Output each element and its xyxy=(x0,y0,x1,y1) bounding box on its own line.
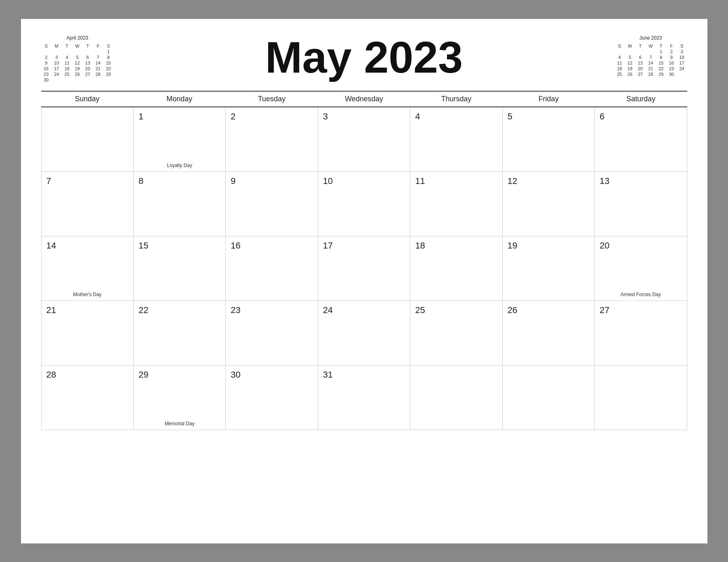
mini-cal-day: 5 xyxy=(72,54,83,60)
calendar-cell xyxy=(42,107,134,172)
cell-date: 4 xyxy=(415,111,420,122)
mini-cal-day xyxy=(677,71,687,77)
next-mini-calendar: June 2023 SMTWTFS 1234567891011121314151… xyxy=(615,35,687,77)
cell-date: 27 xyxy=(600,305,609,315)
mini-cal-day xyxy=(51,77,62,83)
calendar-cell: 2 xyxy=(226,107,318,172)
mini-cal-header: T xyxy=(82,43,93,49)
mini-cal-day: 24 xyxy=(51,71,62,77)
calendar-cell: 19 xyxy=(503,236,595,301)
cell-date: 2 xyxy=(231,111,235,122)
main-title: May 2023 xyxy=(114,35,615,79)
mini-cal-day xyxy=(62,49,72,54)
mini-cal-day xyxy=(72,49,83,54)
mini-cal-day: 10 xyxy=(51,60,62,66)
cell-date: 21 xyxy=(46,305,56,315)
mini-cal-day: 6 xyxy=(82,54,93,60)
mini-cal-day: 2 xyxy=(41,54,52,60)
prev-mini-calendar: April 2023 SMTWTFS 123456789101112131415… xyxy=(41,35,114,83)
mini-cal-day: 19 xyxy=(72,66,83,71)
calendar-cell: 21 xyxy=(42,301,134,366)
calendar-cell: 11 xyxy=(410,172,502,236)
cell-date: 9 xyxy=(231,176,235,186)
calendar-cell: 24 xyxy=(318,301,410,366)
next-cal-title: June 2023 xyxy=(615,35,687,41)
mini-cal-day xyxy=(93,77,103,83)
mini-cal-day: 27 xyxy=(82,71,93,77)
calendar-cell: 28 xyxy=(42,366,134,430)
mini-cal-day: 20 xyxy=(82,66,93,71)
mini-cal-day: 20 xyxy=(635,66,646,71)
calendar-cell: 15 xyxy=(134,236,226,301)
cell-date: 23 xyxy=(231,305,240,315)
mini-cal-header: T xyxy=(656,43,666,49)
cell-date: 17 xyxy=(323,240,333,251)
mini-cal-day: 4 xyxy=(62,54,72,60)
mini-cal-header: M xyxy=(625,43,635,49)
mini-cal-day: 26 xyxy=(625,71,635,77)
mini-cal-day: 5 xyxy=(625,54,635,60)
cell-date: 30 xyxy=(231,370,240,380)
mini-cal-day: 29 xyxy=(103,71,114,77)
mini-cal-day xyxy=(93,49,103,54)
mini-cal-day: 9 xyxy=(41,60,52,66)
calendar-cell: 6 xyxy=(595,107,687,172)
mini-cal-day: 27 xyxy=(635,71,646,77)
day-header: Friday xyxy=(502,92,595,107)
cell-date: 22 xyxy=(138,305,148,315)
calendar-cell: 30 xyxy=(226,366,318,430)
calendar-cell: 20Armed Forces Day xyxy=(595,236,687,301)
calendar-cell: 9 xyxy=(226,172,318,236)
mini-cal-day xyxy=(51,49,62,54)
calendar-cell xyxy=(410,366,502,430)
mini-cal-day: 22 xyxy=(656,66,666,71)
mini-cal-header: S xyxy=(677,43,687,49)
mini-cal-day: 9 xyxy=(666,54,677,60)
mini-cal-day: 25 xyxy=(62,71,72,77)
mini-cal-day xyxy=(103,77,114,83)
mini-cal-day: 21 xyxy=(646,66,656,71)
calendar-cell: 25 xyxy=(410,301,502,366)
cell-date: 20 xyxy=(600,240,609,251)
calendar-cell: 1Loyalty Day xyxy=(134,107,226,172)
mini-cal-day xyxy=(62,77,72,83)
cell-date: 3 xyxy=(323,111,328,122)
calendar-cell: 7 xyxy=(42,172,134,236)
calendar-cell: 8 xyxy=(134,172,226,236)
mini-cal-day: 17 xyxy=(51,66,62,71)
mini-cal-day: 22 xyxy=(103,66,114,71)
day-header: Wednesday xyxy=(318,92,410,107)
day-header: Tuesday xyxy=(226,92,318,107)
mini-cal-day: 15 xyxy=(103,60,114,66)
mini-cal-day xyxy=(615,49,625,54)
cell-date: 7 xyxy=(46,176,51,186)
mini-cal-day: 30 xyxy=(41,77,52,83)
mini-cal-day xyxy=(72,77,83,83)
cell-date: 29 xyxy=(138,370,148,380)
calendar-cell: 5 xyxy=(503,107,595,172)
calendar-cell xyxy=(595,366,687,430)
mini-cal-day: 11 xyxy=(615,60,625,66)
calendar-cell: 4 xyxy=(410,107,502,172)
mini-cal-day: 4 xyxy=(615,54,625,60)
mini-cal-day: 15 xyxy=(656,60,666,66)
mini-cal-day: 14 xyxy=(93,60,103,66)
day-header: Saturday xyxy=(595,92,687,107)
calendar-cell: 17 xyxy=(318,236,410,301)
mini-cal-day: 28 xyxy=(646,71,656,77)
mini-cal-day: 1 xyxy=(103,49,114,54)
calendar-cell: 16 xyxy=(226,236,318,301)
cell-date: 12 xyxy=(508,176,517,186)
cell-date: 5 xyxy=(508,111,512,122)
mini-cal-day: 18 xyxy=(615,66,625,71)
day-header: Thursday xyxy=(410,92,503,107)
day-header: Sunday xyxy=(41,92,134,107)
mini-cal-day xyxy=(635,49,646,54)
mini-cal-day: 25 xyxy=(615,71,625,77)
cell-date: 8 xyxy=(138,176,143,186)
mini-cal-day: 7 xyxy=(93,54,103,60)
mini-cal-day: 3 xyxy=(51,54,62,60)
mini-cal-day xyxy=(82,77,93,83)
mini-cal-day xyxy=(625,49,635,54)
mini-cal-day xyxy=(41,49,52,54)
